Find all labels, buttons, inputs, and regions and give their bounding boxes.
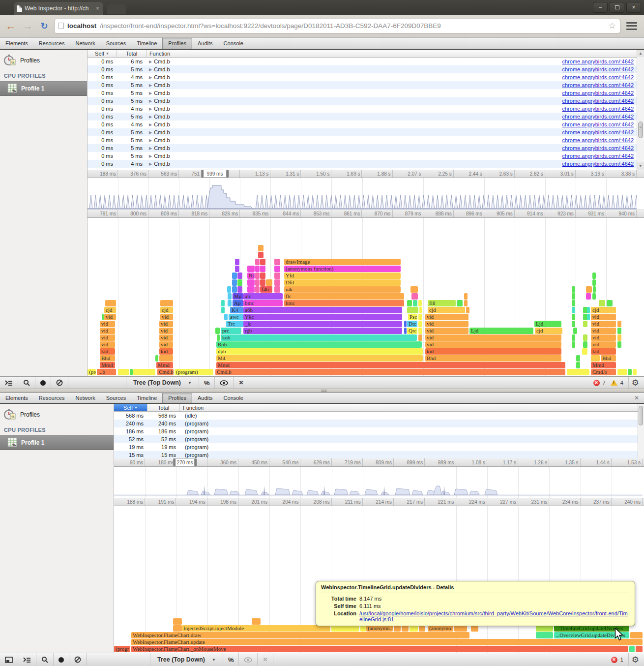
flame-block[interactable] [413, 300, 417, 306]
flame-block[interactable] [582, 348, 587, 355]
maximize-button[interactable] [610, 2, 624, 13]
disclosure-triangle-icon[interactable]: ▶ [149, 130, 152, 135]
flame-block[interactable] [105, 300, 116, 306]
record-button[interactable] [35, 377, 51, 389]
flame-block[interactable]: u4c [284, 286, 401, 293]
flame-block[interactable] [591, 355, 600, 362]
address-bar[interactable]: localhost /inspector/front-end/inspector… [54, 19, 620, 33]
flame-block[interactable]: vid [591, 341, 616, 348]
flame-block[interactable] [617, 321, 621, 327]
tab-profiles[interactable]: Profiles [162, 393, 192, 403]
selection-handle-right[interactable] [194, 458, 197, 466]
flame-block[interactable]: cjd [535, 328, 562, 334]
flame-block[interactable]: prc [221, 328, 241, 334]
flame-block[interactable]: Mmd [100, 362, 115, 368]
table-row[interactable]: 0 ms4 ms▶Cmd.bchrome.angrybirds.com/:464… [88, 73, 637, 81]
flame-block[interactable]: flc [284, 293, 404, 300]
flame-block[interactable]: Cmd.b [215, 369, 565, 375]
disclosure-triangle-icon[interactable]: ▶ [149, 162, 152, 166]
flame-block[interactable]: f4b [260, 286, 272, 293]
search-icon[interactable] [18, 377, 35, 389]
disclosure-triangle-icon[interactable]: ▶ [149, 122, 152, 127]
tab-network[interactable]: Network [70, 393, 100, 403]
flame-block[interactable] [232, 279, 237, 286]
flame-block[interactable] [576, 355, 580, 362]
disclosure-triangle-icon[interactable]: ▶ [149, 83, 152, 88]
flame-block[interactable] [617, 328, 621, 334]
flame-block[interactable]: Mmd [216, 362, 565, 368]
flame-block[interactable] [228, 293, 232, 300]
table-row[interactable]: 0 ms5 ms▶Cmd.bchrome.angrybirds.com/:464… [88, 113, 637, 121]
flame-block[interactable]: cjd [428, 307, 465, 313]
flame-block[interactable]: Bhd [601, 355, 616, 362]
flame-block[interactable]: kid [100, 348, 115, 355]
flame-block[interactable]: vid [104, 314, 116, 320]
table-row[interactable]: 0 ms4 ms▶Cmd.bchrome.angrybirds.com/:464… [88, 105, 637, 113]
table-row[interactable]: 19 ms19 ms(program) [114, 443, 638, 451]
flame-block[interactable]: Psc [408, 314, 417, 320]
settings-gear-icon[interactable]: ⚙ [628, 377, 640, 389]
table-row[interactable]: 568 ms568 ms(idle) [114, 412, 638, 420]
selection-handle-left[interactable] [173, 458, 176, 466]
table-row[interactable]: 0 ms5 ms▶Cmd.bchrome.angrybirds.com/:464… [88, 136, 637, 144]
flame-block[interactable] [255, 259, 260, 265]
overview-ruler-top[interactable]: 188 ms376 ms563 ms751 ms1.13 s1.31 s1.50… [88, 170, 644, 178]
flame-block[interactable] [274, 286, 280, 293]
minimize-button[interactable]: − [593, 2, 608, 13]
forward-button[interactable]: → [21, 19, 34, 33]
flame-block[interactable]: fill [428, 300, 456, 306]
tab-close-icon[interactable]: × [95, 5, 100, 12]
flame-block[interactable] [404, 328, 407, 334]
source-link[interactable]: chrome.angrybirds.com/:4642 [562, 153, 634, 159]
flame-block[interactable] [617, 334, 621, 341]
flame-block[interactable] [466, 307, 469, 313]
flame-block[interactable] [419, 307, 422, 313]
table-row[interactable]: 0 ms5 ms▶Cmd.bchrome.angrybirds.com/:464… [88, 81, 637, 89]
table-row[interactable]: 0 ms5 ms▶Cmd.bchrome.angrybirds.com/:464… [88, 144, 637, 152]
flame-block[interactable]: rgb [243, 328, 402, 334]
clear-button[interactable] [51, 377, 68, 389]
flame-block[interactable]: Dfd [284, 279, 401, 286]
flame-block[interactable] [258, 252, 263, 258]
flame-block[interactable] [221, 300, 225, 306]
flame-block[interactable] [407, 307, 418, 313]
console-drawer-icon[interactable] [0, 377, 18, 389]
sidebar-item-profile-1[interactable]: %Profile 1 [0, 435, 114, 450]
record-button[interactable] [54, 653, 69, 666]
warning-badge-icon[interactable] [611, 380, 617, 386]
flame-block[interactable] [587, 314, 590, 320]
source-link[interactable]: chrome.angrybirds.com/:4642 [562, 114, 634, 120]
flame-block[interactable] [572, 293, 575, 300]
dock-icon[interactable] [0, 653, 18, 666]
flame-block[interactable]: Bhd [425, 355, 561, 362]
error-count[interactable]: 7 [603, 380, 606, 386]
column-header-fn[interactable]: Function [180, 404, 638, 411]
search-icon[interactable] [36, 653, 54, 666]
flame-block[interactable] [155, 355, 158, 362]
table-row[interactable]: 15 ms15 ms(program) [114, 451, 638, 458]
source-link[interactable]: chrome.angrybirds.com/:4642 [562, 161, 634, 167]
sidebar-item-profile-1[interactable]: %Profile 1 [0, 81, 87, 96]
flame-block[interactable]: drawImage [284, 259, 401, 265]
flame-block[interactable]: Dtc [407, 321, 417, 327]
flame-block[interactable]: Qrc [407, 328, 417, 334]
flame-block[interactable] [607, 300, 613, 306]
tab-elements[interactable]: Elements [0, 38, 33, 49]
flame-block[interactable]: vid [159, 321, 173, 327]
flame-block[interactable] [572, 341, 575, 348]
flame-block[interactable] [266, 279, 272, 286]
flame-block[interactable]: Mmd [156, 362, 173, 368]
scroll-up-icon[interactable]: ▲ [637, 50, 644, 57]
flame-block[interactable] [418, 328, 422, 334]
tab-sources[interactable]: Sources [101, 393, 131, 403]
source-link[interactable]: chrome.angrybirds.com/:4642 [562, 129, 634, 135]
source-link[interactable]: chrome.angrybirds.com/:4642 [562, 90, 634, 96]
source-link[interactable]: chrome.angrybirds.com/:4642 [562, 145, 634, 151]
flame-block[interactable] [247, 279, 255, 286]
flame-block[interactable] [404, 321, 407, 327]
flame-block[interactable] [255, 286, 260, 293]
flame-block[interactable] [592, 279, 596, 286]
flame-block[interactable] [224, 314, 228, 320]
flame-block[interactable]: kob [221, 334, 417, 341]
tab-elements[interactable]: Elements [0, 393, 33, 403]
